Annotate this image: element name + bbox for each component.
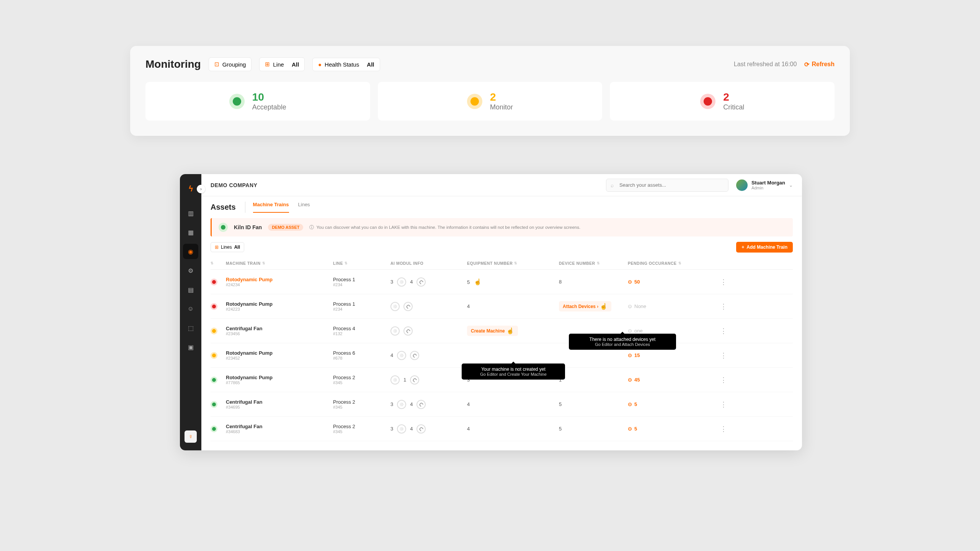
table-row[interactable]: Centrifugal Fan#34683Process 2#3453445⊙5… <box>211 417 793 441</box>
row-pending: None <box>634 303 646 309</box>
row-menu-icon[interactable]: ⋮ <box>712 278 735 286</box>
banner-hint-text: You can discover what you can do in LAKE… <box>316 225 580 230</box>
warning-icon: ⊙ <box>628 303 632 309</box>
lines-filter-chip[interactable]: ⊞ Lines All <box>211 242 244 252</box>
logo-icon: ϟ <box>185 183 196 194</box>
status-dot-icon <box>467 94 482 109</box>
ai-value: 4 <box>410 401 413 407</box>
line-filter-value: All <box>292 61 299 68</box>
sort-icon[interactable]: ⇅ <box>345 261 348 265</box>
ai-value: 4 <box>410 426 413 432</box>
nav-calendar-icon[interactable]: ▤ <box>183 282 198 297</box>
ai-gauge-icon <box>397 424 406 434</box>
row-line: Process 6 <box>333 350 390 356</box>
warning-icon: ⊙ <box>628 401 632 407</box>
sort-icon[interactable]: ⇅ <box>211 261 214 265</box>
row-menu-icon[interactable]: ⋮ <box>712 376 735 384</box>
table-row[interactable]: Rotodynamic Pump#24234Process 1#234345 ☝… <box>211 270 793 294</box>
row-asset-id: #34683 <box>226 429 333 434</box>
table-header: ⇅ MACHINE TRAIN⇅ LINE⇅ AI MODUL INFO EQU… <box>211 257 793 270</box>
status-count: 10 <box>252 91 286 103</box>
warning-icon: ⊙ <box>628 377 632 383</box>
attach-devices-link[interactable]: Attach Devices ›☝ <box>559 301 611 311</box>
row-line: Process 2 <box>333 424 390 429</box>
refresh-icon: ⟳ <box>804 61 809 68</box>
row-name: Centrifugal Fan <box>226 326 333 331</box>
status-dot-icon <box>211 425 217 432</box>
grouping-filter[interactable]: ⊡ Grouping <box>209 57 252 71</box>
row-name: Rotodynamic Pump <box>226 375 333 380</box>
lines-chip-value: All <box>234 245 240 250</box>
sort-icon[interactable]: ⇅ <box>514 261 518 265</box>
row-equipment: 4 <box>467 401 470 407</box>
line-filter-label: Line <box>273 61 284 68</box>
line-filter[interactable]: ⊞ Line All <box>259 57 305 71</box>
search-input[interactable] <box>606 179 728 192</box>
nav-archive-icon[interactable]: ▣ <box>183 339 198 355</box>
row-pending: 15 <box>634 352 640 358</box>
row-line-id: #345 <box>333 429 390 434</box>
refresh-button[interactable]: ⟳ Refresh <box>804 61 835 68</box>
tooltip-create-machine: Your machine is not created yet Go Edito… <box>462 364 565 380</box>
sort-icon[interactable]: ⇅ <box>597 261 600 265</box>
row-asset-id: #24223 <box>226 307 333 311</box>
status-card-acceptable[interactable]: 10 Acceptable <box>145 82 370 121</box>
status-card-monitor[interactable]: 2 Monitor <box>378 82 603 121</box>
row-line: Process 2 <box>333 399 390 405</box>
grouping-label: Grouping <box>222 61 246 68</box>
tabs: Machine Trains Lines <box>245 202 310 213</box>
toolbar: ⊞ Lines All + Add Machine Train <box>201 242 802 257</box>
status-dot-icon <box>211 377 217 383</box>
lines-chip-label: Lines <box>221 245 232 250</box>
row-line: Process 2 <box>333 375 390 380</box>
subheader: Assets Machine Trains Lines <box>201 196 802 213</box>
sort-icon[interactable]: ⇅ <box>262 261 266 265</box>
row-menu-icon[interactable]: ⋮ <box>712 327 735 335</box>
sidebar-collapse-icon[interactable]: › <box>197 185 205 193</box>
row-menu-icon[interactable]: ⋮ <box>712 351 735 360</box>
nav-help-icon[interactable]: ♀ <box>185 430 197 443</box>
col-machine-train: MACHINE TRAIN <box>226 261 261 266</box>
ai-gauge-icon <box>416 424 426 434</box>
tooltip-title: Your machine is not created yet <box>467 367 560 372</box>
table-row[interactable]: Rotodynamic Pump#24223Process 1#2344Atta… <box>211 294 793 319</box>
row-menu-icon[interactable]: ⋮ <box>712 400 735 409</box>
table-row[interactable]: Centrifugal Fan#34695Process 2#3453445⊙5… <box>211 392 793 417</box>
user-menu[interactable]: Stuart Morgan Admin ⌄ <box>736 179 793 191</box>
search-wrap: ⌕ <box>606 179 728 192</box>
refresh-label: Refresh <box>812 61 835 68</box>
warning-icon: ⊙ <box>628 352 632 358</box>
row-menu-icon[interactable]: ⋮ <box>712 302 735 311</box>
col-device-number: DEVICE NUMBER <box>559 261 595 266</box>
tooltip-sub: Go Editor and Create Your Machine <box>467 372 560 377</box>
hand-cursor-icon: ☝ <box>600 303 608 310</box>
row-pending: 45 <box>634 377 640 383</box>
row-menu-icon[interactable]: ⋮ <box>712 425 735 433</box>
topbar: DEMO COMPANY ⌕ Stuart Morgan Admin ⌄ <box>201 174 802 196</box>
tab-machine-trains[interactable]: Machine Trains <box>253 202 289 213</box>
health-filter[interactable]: ● Health Status All <box>312 58 380 71</box>
status-card-critical[interactable]: 2 Critical <box>610 82 835 121</box>
hand-cursor-icon: ☝ <box>506 327 514 334</box>
add-btn-label: Add Machine Train <box>746 245 787 250</box>
monitoring-panel: Monitoring ⊡ Grouping ⊞ Line All ● Healt… <box>130 46 850 136</box>
nav-users-icon[interactable]: ☺ <box>183 301 198 316</box>
nav-settings-icon[interactable]: ⚙ <box>183 263 198 278</box>
line-filter-icon: ⊞ <box>265 61 270 68</box>
status-dot-icon <box>211 401 217 408</box>
create-machine-link[interactable]: Create Machine ☝ <box>467 326 518 336</box>
table-row[interactable]: Centrifugal Fan#23456Process 4#132Create… <box>211 319 793 343</box>
nav-dashboard-icon[interactable]: ▥ <box>183 205 198 221</box>
add-machine-train-button[interactable]: + Add Machine Train <box>736 242 793 253</box>
row-asset-id: #34695 <box>226 405 333 409</box>
tooltip-attach-devices: There is no attached devices yet Go Edit… <box>569 334 676 350</box>
tab-lines[interactable]: Lines <box>298 202 310 213</box>
col-line: LINE <box>333 261 343 266</box>
banner-hint: ⓘ You can discover what you can do in LA… <box>309 225 580 230</box>
nav-reports-icon[interactable]: ⬚ <box>183 320 198 336</box>
sort-icon[interactable]: ⇅ <box>678 261 682 265</box>
nav-assets-icon[interactable]: ◉ <box>183 244 198 259</box>
nav-lines-icon[interactable]: ▦ <box>183 225 198 240</box>
ai-value: 3 <box>390 401 393 407</box>
hand-cursor-icon: ☝ <box>474 279 482 285</box>
